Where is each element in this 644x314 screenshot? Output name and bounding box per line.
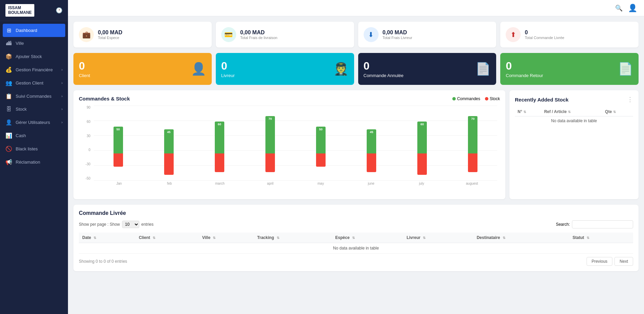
clock-icon: 🕐	[56, 7, 63, 14]
sidebar-item-suivi-commandes[interactable]: 📋 Suivi Commandes ›	[0, 90, 68, 103]
sidebar-item-stock[interactable]: 🗄 Stock ›	[0, 103, 68, 116]
sort-icon: ⇅	[213, 236, 215, 240]
col-destinataire: Destinataire ⇅	[473, 233, 569, 243]
col-ville: Ville ⇅	[199, 233, 254, 243]
stat-info-total-espece: 0,00 MAD Total Espece	[98, 30, 122, 40]
color-card-icon-commande-annulee: 📄	[475, 62, 491, 76]
nav-icon-dashboard: ⊞	[5, 27, 12, 34]
nav-icon-black-listes: 🚫	[5, 146, 12, 152]
search-box: Search:	[556, 220, 633, 228]
sidebar-item-reclamation[interactable]: 📢 Réclamation	[0, 155, 68, 169]
stat-icon-total-commande-livree: ⬆	[506, 27, 521, 42]
nav-icon-cash: 📊	[5, 132, 12, 139]
nav-label-gerer-utilisateurs: Gérer Utilisateurs	[16, 120, 50, 125]
per-page-select[interactable]: 102550100	[122, 221, 139, 228]
more-options-icon[interactable]: ⋮	[627, 96, 633, 103]
bar-group-june: 45	[347, 106, 396, 180]
stat-label-total-frais-livraison: Total Frais de livraison	[240, 36, 277, 40]
red-bar-march	[215, 153, 224, 172]
bars-container: 50 45 60 70 50 45 60 70	[94, 106, 497, 180]
next-button[interactable]: Next	[614, 257, 633, 266]
sidebar-item-gerer-utilisateurs[interactable]: 👤 Gérer Utilisateurs ›	[0, 116, 68, 129]
bar-group-Jan: 50	[94, 106, 142, 180]
search-label: Search:	[556, 222, 570, 227]
green-bar-may: 50	[316, 127, 326, 153]
commandes-stock-chart: Commandes & Stock Commandes Stock	[73, 90, 505, 199]
bar-group-july: 60	[398, 106, 447, 180]
x-label-feb: feb	[144, 182, 194, 185]
stat-card-total-commande-livree: ⬆ 0 Total Commande Livrée	[500, 22, 639, 48]
green-bar-march: 60	[215, 122, 224, 153]
x-label-may: may	[296, 182, 346, 185]
color-card-commande-annulee: 0 Commande Annulée 📄	[358, 53, 497, 85]
color-card-number-commande-retour: 0	[506, 60, 543, 72]
commande-no-data: No data available in table	[79, 243, 633, 254]
x-label-july: july	[396, 182, 447, 185]
user-avatar[interactable]: 👤	[628, 4, 637, 13]
sort-icon: ⇅	[352, 236, 355, 240]
chevron-icon-gestion-client: ›	[62, 81, 63, 85]
bar-group-march: 60	[195, 106, 244, 180]
col-espce: Espèce ⇅	[332, 233, 403, 243]
color-card-client: 0 Client 👤	[73, 53, 212, 85]
sidebar-item-gestion-client[interactable]: 👥 Gestion Client ›	[0, 76, 68, 90]
table-footer: Showing 0 to 0 of 0 entries Previous Nex…	[79, 257, 633, 266]
nav-icon-ville: 🏙	[5, 40, 12, 47]
color-card-left-client: 0 Client	[79, 60, 90, 78]
commande-table-header-row: Date ⇅Client ⇅Ville ⇅Tracking ⇅Espèce ⇅L…	[79, 233, 633, 243]
color-card-left-commande-retour: 0 Commande Retour	[506, 60, 543, 78]
stat-amount-total-frais-livreur: 0,00 MAD	[383, 30, 412, 36]
sidebar-item-ville[interactable]: 🏙 Ville	[0, 37, 68, 50]
green-bar-feb: 45	[164, 129, 174, 153]
commande-table: Date ⇅Client ⇅Ville ⇅Tracking ⇅Espèce ⇅L…	[79, 233, 633, 254]
nav-label-black-listes: Black listes	[16, 146, 38, 151]
nav-label-gestion-client: Gestion Client	[16, 80, 43, 86]
sort-icon: ⇅	[93, 236, 96, 240]
color-card-left-commande-annulee: 0 Commande Annulée	[364, 60, 404, 78]
nav-icon-ajouter-stock: 📦	[5, 53, 12, 60]
search-input[interactable]	[572, 220, 633, 228]
nav-label-cash: Cash	[16, 133, 26, 138]
chart-header: Commandes & Stock Commandes Stock	[79, 96, 500, 101]
search-icon[interactable]: 🔍	[615, 4, 623, 12]
show-entries: Show per page : Show 102550100 entries	[79, 221, 154, 228]
sidebar-item-cash[interactable]: 📊 Cash	[0, 129, 68, 142]
main-area: 🔍 👤 💼 0,00 MAD Total Espece 💳 0,00 MAD T…	[68, 0, 644, 314]
x-label-april: april	[245, 182, 295, 185]
previous-button[interactable]: Previous	[587, 257, 613, 266]
nav-icon-reclamation: 📢	[5, 159, 12, 165]
stock-no-data-row: No data available in table	[515, 116, 633, 126]
bar-group-feb: 45	[144, 106, 193, 180]
stat-amount-total-frais-livraison: 0,00 MAD	[240, 30, 277, 36]
legend-dot-commandes	[452, 97, 456, 100]
stat-info-total-frais-livreur: 0,00 MAD Total Frais Livreur	[383, 30, 412, 40]
stock-table: N° ⇅ Ref / Article ⇅ Qte ⇅ No data avail…	[515, 107, 633, 125]
stat-card-total-frais-livraison: 💳 0,00 MAD Total Frais de livraison	[216, 22, 354, 48]
color-card-label-client: Client	[79, 73, 90, 78]
nav-icon-gestion-client: 👥	[5, 80, 12, 86]
sidebar: ISSAM BOULMANE 🕐 ⊞ Dashboard 🏙 Ville 📦 A…	[0, 0, 68, 314]
x-label-june: june	[346, 182, 396, 185]
stat-amount-total-espece: 0,00 MAD	[98, 30, 122, 36]
sidebar-item-dashboard[interactable]: ⊞ Dashboard	[3, 24, 65, 37]
sidebar-item-gestion-financiere[interactable]: 💰 Gestion Financière ›	[0, 63, 68, 76]
commande-no-data-row: No data available in table	[79, 243, 633, 254]
col-statut: Statut ⇅	[569, 233, 633, 243]
color-card-number-client: 0	[79, 60, 90, 72]
bar-chart-container: 90 60 30 0 -30 -50 50 45 60 70 50 45 60	[79, 106, 500, 194]
sidebar-item-black-listes[interactable]: 🚫 Black listes	[0, 142, 68, 155]
green-bar-july: 60	[417, 122, 427, 153]
sort-icon: ⇅	[277, 236, 279, 240]
nav-label-reclamation: Réclamation	[16, 160, 40, 165]
color-cards-row: 0 Client 👤 0 Livreur 🧑‍✈️ 0 Commande Ann…	[73, 53, 639, 85]
color-card-livreur: 0 Livreur 🧑‍✈️	[216, 53, 354, 85]
red-bar-auguest	[468, 153, 477, 172]
nav-label-suivi-commandes: Suivi Commandes	[16, 94, 52, 99]
nav-icon-stock: 🗄	[5, 106, 12, 112]
sidebar-item-ajouter-stock[interactable]: 📦 Ajouter Stock	[0, 50, 68, 63]
x-label-auguest: auguest	[447, 182, 497, 185]
red-bar-may	[316, 153, 326, 167]
chevron-icon-gerer-utilisateurs: ›	[62, 121, 63, 124]
sidebar-nav: ⊞ Dashboard 🏙 Ville 📦 Ajouter Stock 💰 Ge…	[0, 21, 68, 314]
chart-legend: Commandes Stock	[452, 96, 500, 101]
